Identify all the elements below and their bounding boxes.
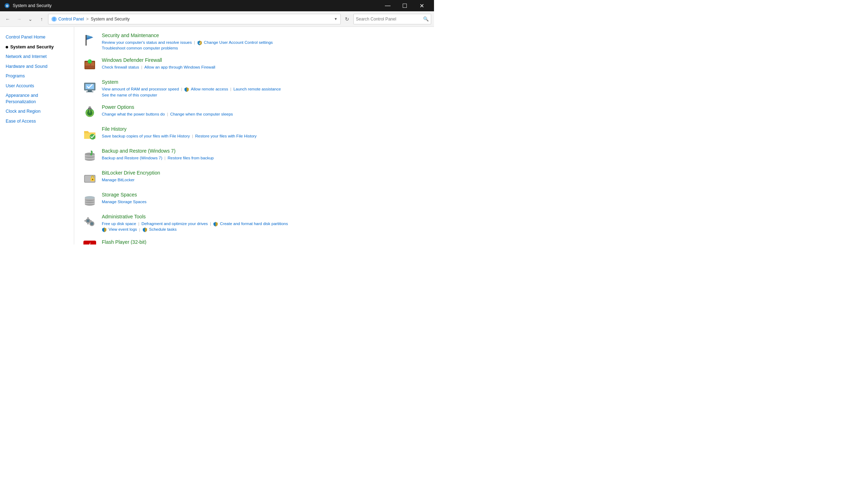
link-review-status[interactable]: Review your computer's status and resolv…: [102, 39, 192, 46]
link-sleep[interactable]: Change when the computer sleeps: [170, 111, 233, 117]
sidebar-item-control-panel-home[interactable]: Control Panel Home: [0, 33, 74, 42]
link-backup-restore[interactable]: Backup and Restore (Windows 7): [102, 155, 162, 161]
content-area: Security and Maintenance Review your com…: [74, 27, 434, 245]
security-maintenance-links2: Troubleshoot common computer problems: [102, 46, 426, 50]
shield-schedule-icon: [142, 227, 147, 232]
bitlocker-icon: [83, 171, 97, 185]
link-defragment[interactable]: Defragment and optimize your drives: [141, 220, 208, 227]
sidebar-item-programs[interactable]: Programs: [0, 71, 74, 81]
sidebar-item-user-accounts[interactable]: User Accounts: [0, 81, 74, 91]
section-firewall: Windows Defender Firewall Check firewall…: [83, 57, 426, 72]
bitlocker-body: BitLocker Drive Encryption Manage BitLoc…: [102, 170, 426, 183]
section-system: System View amount of RAM and processor …: [83, 79, 426, 97]
power-title[interactable]: Power Options: [102, 104, 134, 110]
search-box[interactable]: 🔍: [353, 14, 431, 24]
breadcrumb-sep1: >: [86, 17, 89, 22]
link-check-firewall[interactable]: Check firewall status: [102, 64, 139, 70]
addressbar: ← → ⌄ ↑ Control Panel > System and Secur…: [0, 11, 434, 27]
system-title[interactable]: System: [102, 79, 118, 85]
link-manage-storage[interactable]: Manage Storage Spaces: [102, 199, 147, 205]
link-free-up-disk[interactable]: Free up disk space: [102, 220, 136, 227]
sidebar-item-clock-and-region[interactable]: Clock and Region: [0, 107, 74, 117]
svg-point-16: [88, 59, 92, 64]
security-maintenance-body: Security and Maintenance Review your com…: [102, 33, 426, 50]
storage-spaces-body: Storage Spaces Manage Storage Spaces: [102, 192, 426, 205]
up-button[interactable]: ↑: [37, 14, 47, 24]
section-admin-tools: Administrative Tools Free up disk space …: [83, 214, 426, 232]
back-button[interactable]: ←: [3, 14, 13, 24]
svg-rect-22: [86, 92, 93, 92]
power-links: Change what the power buttons do | Chang…: [102, 111, 426, 117]
link-troubleshoot[interactable]: Troubleshoot common computer problems: [102, 46, 178, 50]
section-flash-player: Flash Player (32-bit): [83, 239, 426, 245]
titlebar-controls: — ☐ ✕: [380, 0, 430, 11]
close-button[interactable]: ✕: [414, 0, 430, 11]
svg-rect-26: [88, 108, 92, 110]
link-computer-name[interactable]: See the name of this computer: [102, 93, 157, 97]
sidebar-item-ease-of-access[interactable]: Ease of Access: [0, 117, 74, 126]
section-backup: Backup and Restore (Windows 7) Backup an…: [83, 148, 426, 163]
svg-point-36: [92, 179, 93, 180]
titlebar-left: ⚙ System and Security: [4, 3, 52, 8]
link-schedule-tasks[interactable]: Schedule tasks: [142, 227, 177, 232]
system-body: System View amount of RAM and processor …: [102, 79, 426, 97]
sidebar-item-hardware-and-sound[interactable]: Hardware and Sound: [0, 62, 74, 72]
forward-button[interactable]: →: [14, 14, 24, 24]
minimize-button[interactable]: —: [380, 0, 396, 11]
security-maintenance-title[interactable]: Security and Maintenance: [102, 33, 159, 38]
backup-body: Backup and Restore (Windows 7) Backup an…: [102, 148, 426, 161]
firewall-icon: [83, 58, 97, 72]
backup-links: Backup and Restore (Windows 7) | Restore…: [102, 155, 426, 161]
system-links2: See the name of this computer: [102, 93, 426, 97]
storage-spaces-title[interactable]: Storage Spaces: [102, 192, 137, 198]
search-input[interactable]: [356, 17, 422, 22]
backup-title[interactable]: Backup and Restore (Windows 7): [102, 148, 176, 154]
bitlocker-title[interactable]: BitLocker Drive Encryption: [102, 170, 160, 176]
file-history-links: Save backup copies of your files with Fi…: [102, 133, 426, 139]
link-launch-remote[interactable]: Launch remote assistance: [233, 86, 281, 92]
link-allow-app-firewall[interactable]: Allow an app through Windows Firewall: [144, 64, 215, 70]
admin-tools-links: Free up disk space | Defragment and opti…: [102, 220, 426, 227]
app-icon: ⚙: [4, 3, 10, 8]
svg-rect-15: [91, 64, 94, 65]
link-change-uac[interactable]: Change User Account Control settings: [197, 39, 273, 46]
link-restore-from-backup[interactable]: Restore files from backup: [168, 155, 213, 161]
link-create-format-partitions[interactable]: Create and format hard disk partitions: [213, 220, 288, 227]
link-view-ram[interactable]: View amount of RAM and processor speed: [102, 86, 179, 92]
refresh-button[interactable]: ↻: [342, 14, 352, 24]
link-manage-bitlocker[interactable]: Manage BitLocker: [102, 177, 135, 183]
sidebar-item-appearance-and-personalization[interactable]: Appearance and Personalization: [0, 91, 74, 107]
admin-tools-links2: View event logs | Schedule tasks: [102, 227, 426, 232]
shield-partitions-icon: [213, 222, 218, 226]
search-icon-button[interactable]: 🔍: [423, 16, 429, 22]
dropdown-button[interactable]: ⌄: [25, 14, 35, 24]
power-body: Power Options Change what the power butt…: [102, 104, 426, 117]
globe-icon: [51, 16, 57, 22]
admin-tools-title[interactable]: Administrative Tools: [102, 214, 146, 219]
svg-point-43: [85, 196, 95, 199]
link-power-buttons[interactable]: Change what the power buttons do: [102, 111, 165, 117]
section-file-history: File History Save backup copies of your …: [83, 126, 426, 141]
link-allow-remote[interactable]: Allow remote access: [184, 86, 228, 92]
storage-spaces-links: Manage Storage Spaces: [102, 199, 426, 205]
firewall-title[interactable]: Windows Defender Firewall: [102, 57, 162, 63]
section-security-maintenance: Security and Maintenance Review your com…: [83, 33, 426, 50]
address-dropdown-arrow[interactable]: ▼: [334, 17, 338, 21]
svg-rect-51: [90, 220, 92, 222]
svg-text:⚙: ⚙: [6, 4, 8, 8]
file-history-title[interactable]: File History: [102, 126, 127, 132]
breadcrumb-control-panel[interactable]: Control Panel: [58, 17, 84, 22]
link-save-backup[interactable]: Save backup copies of your files with Fi…: [102, 133, 190, 139]
link-view-event-logs[interactable]: View event logs: [102, 227, 137, 232]
link-restore-files[interactable]: Restore your files with File History: [195, 133, 257, 139]
maximize-button[interactable]: ☐: [397, 0, 413, 11]
sidebar-item-system-and-security[interactable]: System and Security: [0, 42, 74, 52]
shield-event-icon: [102, 227, 107, 232]
security-maintenance-icon: [83, 33, 97, 47]
sidebar-item-network-and-internet[interactable]: Network and Internet: [0, 52, 74, 62]
flash-player-title[interactable]: Flash Player (32-bit): [102, 239, 146, 245]
svg-point-45: [87, 219, 89, 222]
address-box[interactable]: Control Panel > System and Security ▼: [48, 14, 341, 24]
security-maintenance-links: Review your computer's status and resolv…: [102, 39, 426, 46]
sidebar: Control Panel Home System and Security N…: [0, 27, 74, 245]
